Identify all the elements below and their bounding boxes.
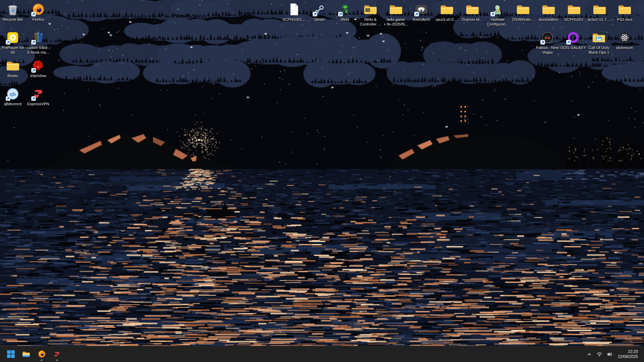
folder-icon — [465, 2, 480, 17]
file-explorer-taskbar-button[interactable] — [19, 347, 34, 362]
calibre-icon — [31, 30, 46, 45]
windows-start-icon — [7, 350, 15, 358]
file-icon — [287, 2, 302, 17]
desktop-icon-fallout-new-vegas[interactable]: Fallout - New Vegas — [533, 30, 562, 55]
desktop-icon-ps2-bios[interactable]: PS2 bios — [610, 2, 639, 22]
desktop-icon-qbittorrent[interactable]: qbqBittorrent — [0, 86, 27, 107]
desktop-icon-potplayer[interactable]: PotPlayer 64 bit — [0, 30, 27, 55]
irfanview-icon — [31, 58, 46, 73]
desktop-icon-label: GOG GALAXY — [560, 46, 586, 50]
clock-date: 22/08/2025 — [618, 354, 638, 359]
taskbar-clock[interactable]: 22:20 22/08/2025 — [615, 349, 639, 359]
desktop-icon-label: IW4x & Controller ... — [360, 17, 381, 26]
running-indicator — [56, 360, 58, 361]
desktop-icon-pcsx2[interactable]: pcsx2-v1.7.... — [585, 2, 614, 22]
running-indicator — [41, 360, 43, 361]
firefox-taskbar-button[interactable] — [34, 347, 49, 362]
desktop-icon-label: Books — [7, 74, 18, 78]
svg-text:X: X — [344, 8, 348, 15]
desktop-icon-retroarch[interactable]: RetroArch — [407, 2, 436, 22]
desktop-icon-irfanview[interactable]: IrfanView — [24, 58, 53, 78]
desktop-icon-firefox[interactable]: Firefox — [24, 2, 53, 22]
folder-media-icon — [591, 30, 606, 45]
desktop-icon-gog-galaxy[interactable]: GOG GALAXY — [559, 30, 588, 50]
desktop-icon-hidhide[interactable]: HidHide Configurat... — [483, 2, 512, 26]
desktop-icon-label: Duimon-M... — [462, 17, 483, 22]
taskbar: 22:20 22/08/2025 — [0, 346, 644, 362]
file-explorer-icon — [22, 350, 31, 359]
steam-icon — [312, 2, 327, 17]
plutonium-icon — [617, 30, 632, 45]
qbittorrent-icon: qb — [5, 86, 20, 101]
folder-badge-icon: IW — [363, 2, 378, 17]
desktop-icon-label: RetroArch — [413, 17, 430, 22]
desktop-icon-rpcs3[interactable]: rpcs3-v0.0.... — [432, 2, 461, 22]
desktop-icon-label: Firefox — [32, 17, 44, 22]
desktop-icon-ds4windows[interactable]: DS4Windo... — [508, 2, 537, 22]
desktop-icon-books[interactable]: Books — [0, 58, 27, 78]
desktop-icon-label: iw4x game + fix-202505... — [384, 17, 408, 26]
desktop-icon-scph1001-folder[interactable]: SCPH1001 — [559, 2, 588, 22]
desktop-icon-steam[interactable]: Steam — [305, 2, 334, 22]
start-taskbar-button[interactable] — [3, 347, 18, 362]
folder-icon — [541, 2, 556, 17]
desktop-icon-label: IW4x — [340, 17, 349, 22]
desktop-icon-plutonium[interactable]: plutonium — [610, 30, 639, 50]
folder-icon — [439, 2, 454, 17]
expressvpn-icon — [31, 86, 46, 101]
folder-icon — [592, 2, 607, 17]
desktop-icon-cod-black-ops[interactable]: Call Of Duty Black Ops 1 — [584, 30, 613, 55]
desktop-icon-expressvpn[interactable]: ExpressVPN — [24, 86, 53, 107]
folder-icon — [567, 2, 581, 17]
volume-tray-button[interactable] — [604, 348, 614, 361]
tray-icons — [584, 348, 614, 361]
desktop-icon-recycle-bin[interactable]: ♻Recycle Bin — [0, 2, 27, 22]
desktop-icon-duimon[interactable]: Duimon-M... — [458, 2, 487, 22]
expressvpn-icon — [53, 350, 61, 359]
desktop-icon-label: DS4Windo... — [512, 17, 534, 22]
desktop-icon-label: rpcs3-v0.0.... — [436, 17, 458, 22]
folder-icon — [516, 2, 530, 17]
expressvpn-taskbar-button[interactable] — [50, 347, 64, 362]
desktop-icon-label: pcsx2-v1.7.... — [588, 17, 610, 22]
svg-text:qb: qb — [10, 91, 16, 97]
svg-text:♻: ♻ — [11, 8, 15, 13]
folder-icon — [5, 58, 20, 73]
wifi-tray-button[interactable] — [594, 348, 604, 361]
folder-icon — [617, 2, 632, 17]
desktop-icon-calibre[interactable]: calibre 64bit - E-book ma... — [24, 30, 53, 55]
system-tray: 22:20 22/08/2025 — [584, 346, 644, 362]
retroarch-icon — [414, 2, 429, 17]
volume-icon — [606, 351, 612, 357]
hidden-icons-chevron-icon — [587, 352, 592, 357]
desktop-icon-duckstation[interactable]: duckstation — [534, 2, 563, 22]
iw4x-icon: WX — [338, 2, 353, 17]
desktop-icon-iw4x-controller[interactable]: IWIW4x & Controller ... — [356, 2, 385, 26]
hidden-icons-chevron-tray-button[interactable] — [584, 348, 594, 361]
desktop-icon-label: SCPH1001.... — [282, 17, 306, 22]
desktop-icon-label: Fallout - New Vegas — [536, 46, 559, 55]
desktop-icon-iw4x-game-fix[interactable]: iw4x game + fix-202505... — [381, 2, 410, 26]
desktop-icon-label: duckstation — [539, 17, 558, 22]
svg-text:IW: IW — [366, 9, 370, 12]
desktop-icon-label: calibre 64bit - E-book ma... — [26, 46, 50, 55]
desktop-icon-label: Call Of Duty Black Ops 1 — [588, 46, 609, 55]
gog-icon — [566, 30, 581, 45]
desktop-icon-label: Recycle Bin — [3, 17, 23, 22]
firefox-icon — [31, 2, 46, 17]
folder-icon — [388, 2, 403, 17]
firefox-icon — [37, 350, 46, 359]
fallout-icon — [540, 30, 555, 45]
desktop-icon-iw4x[interactable]: WXIW4x — [331, 2, 360, 22]
desktop-icon-label: plutonium — [616, 46, 633, 50]
desktop-icon-label: SCPH1001 — [564, 17, 584, 22]
wifi-icon — [596, 351, 602, 357]
clock-time: 22:20 — [618, 349, 638, 354]
desktop-icon-scph1001-file[interactable]: SCPH1001.... — [280, 2, 309, 22]
desktop-icon-label: PotPlayer 64 bit — [2, 46, 24, 55]
desktop-icon-label: IrfanView — [30, 74, 46, 78]
desktop-icon-label: PS2 bios — [617, 17, 632, 22]
potplayer-icon — [5, 30, 20, 45]
desktop-icon-label: ExpressVPN — [27, 102, 49, 107]
recycle-bin-icon: ♻ — [5, 2, 20, 17]
